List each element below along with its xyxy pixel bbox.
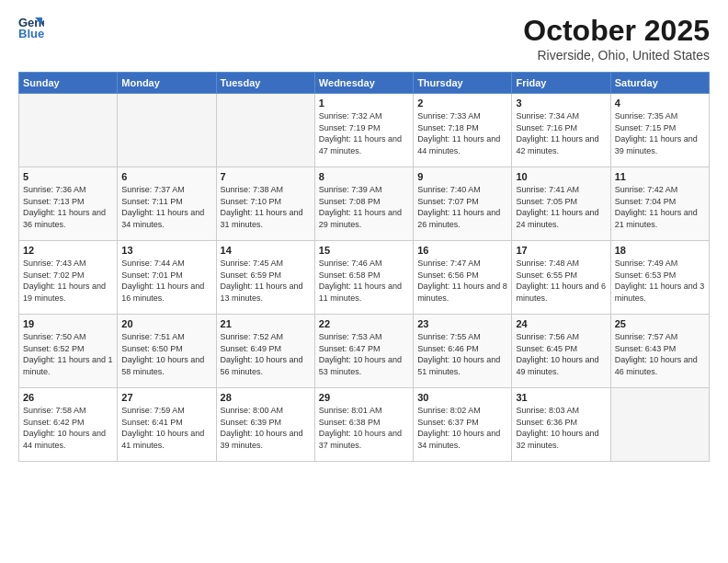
day-number: 15 — [319, 245, 409, 256]
week-row-3: 12Sunrise: 7:43 AM Sunset: 7:02 PM Dayli… — [19, 241, 710, 315]
week-row-5: 26Sunrise: 7:58 AM Sunset: 6:42 PM Dayli… — [19, 388, 710, 462]
page-container: General Blue October 2025 Riverside, Ohi… — [0, 0, 728, 471]
day-number: 23 — [417, 318, 507, 329]
location: Riverside, Ohio, United States — [523, 48, 710, 63]
day-number: 29 — [319, 392, 409, 403]
day-info: Sunrise: 7:34 AM Sunset: 7:16 PM Dayligh… — [516, 110, 606, 156]
day-info: Sunrise: 8:02 AM Sunset: 6:37 PM Dayligh… — [417, 405, 507, 451]
day-number: 26 — [23, 392, 113, 403]
day-info: Sunrise: 7:33 AM Sunset: 7:18 PM Dayligh… — [417, 110, 507, 156]
day-info: Sunrise: 7:36 AM Sunset: 7:13 PM Dayligh… — [23, 184, 113, 230]
day-info: Sunrise: 7:55 AM Sunset: 6:46 PM Dayligh… — [417, 331, 507, 377]
day-cell: 1Sunrise: 7:32 AM Sunset: 7:19 PM Daylig… — [314, 94, 413, 167]
day-info: Sunrise: 7:53 AM Sunset: 6:47 PM Dayligh… — [319, 331, 409, 377]
day-number: 13 — [121, 245, 211, 256]
day-number: 25 — [615, 318, 705, 329]
day-number: 1 — [319, 98, 409, 109]
day-cell: 16Sunrise: 7:47 AM Sunset: 6:56 PM Dayli… — [414, 241, 512, 315]
header-saturday: Saturday — [610, 73, 709, 94]
day-cell: 22Sunrise: 7:53 AM Sunset: 6:47 PM Dayli… — [314, 315, 413, 388]
day-info: Sunrise: 7:39 AM Sunset: 7:08 PM Dayligh… — [319, 184, 409, 230]
day-info: Sunrise: 7:37 AM Sunset: 7:11 PM Dayligh… — [121, 184, 211, 230]
day-number: 4 — [615, 98, 705, 109]
day-cell: 31Sunrise: 8:03 AM Sunset: 6:36 PM Dayli… — [512, 388, 610, 462]
logo-icon: General Blue — [18, 14, 44, 40]
day-info: Sunrise: 7:44 AM Sunset: 7:01 PM Dayligh… — [121, 258, 211, 304]
day-info: Sunrise: 7:58 AM Sunset: 6:42 PM Dayligh… — [23, 405, 113, 451]
day-number: 22 — [319, 318, 409, 329]
day-info: Sunrise: 7:46 AM Sunset: 6:58 PM Dayligh… — [319, 258, 409, 304]
day-number: 21 — [221, 318, 311, 329]
day-info: Sunrise: 7:49 AM Sunset: 6:53 PM Dayligh… — [615, 258, 705, 304]
day-cell: 6Sunrise: 7:37 AM Sunset: 7:11 PM Daylig… — [118, 167, 216, 241]
day-cell: 27Sunrise: 7:59 AM Sunset: 6:41 PM Dayli… — [118, 388, 216, 462]
day-number: 31 — [516, 392, 606, 403]
logo: General Blue — [18, 14, 44, 40]
day-info: Sunrise: 7:47 AM Sunset: 6:56 PM Dayligh… — [417, 258, 507, 304]
day-number: 9 — [417, 171, 507, 182]
header-wednesday: Wednesday — [314, 73, 413, 94]
day-info: Sunrise: 7:35 AM Sunset: 7:15 PM Dayligh… — [615, 110, 705, 156]
day-info: Sunrise: 7:59 AM Sunset: 6:41 PM Dayligh… — [121, 405, 211, 451]
header-monday: Monday — [118, 73, 216, 94]
day-cell: 14Sunrise: 7:45 AM Sunset: 6:59 PM Dayli… — [216, 241, 314, 315]
svg-text:Blue: Blue — [18, 27, 44, 40]
title-area: October 2025 Riverside, Ohio, United Sta… — [523, 14, 710, 63]
day-cell: 20Sunrise: 7:51 AM Sunset: 6:50 PM Dayli… — [118, 315, 216, 388]
day-info: Sunrise: 7:50 AM Sunset: 6:52 PM Dayligh… — [23, 331, 113, 377]
day-number: 20 — [121, 318, 211, 329]
day-cell: 3Sunrise: 7:34 AM Sunset: 7:16 PM Daylig… — [512, 94, 610, 167]
day-cell: 7Sunrise: 7:38 AM Sunset: 7:10 PM Daylig… — [216, 167, 314, 241]
calendar-table: Sunday Monday Tuesday Wednesday Thursday… — [18, 72, 710, 462]
day-cell: 11Sunrise: 7:42 AM Sunset: 7:04 PM Dayli… — [610, 167, 709, 241]
day-number: 16 — [417, 245, 507, 256]
day-info: Sunrise: 8:00 AM Sunset: 6:39 PM Dayligh… — [221, 405, 311, 451]
day-cell: 13Sunrise: 7:44 AM Sunset: 7:01 PM Dayli… — [118, 241, 216, 315]
day-number: 19 — [23, 318, 113, 329]
day-cell: 19Sunrise: 7:50 AM Sunset: 6:52 PM Dayli… — [19, 315, 118, 388]
day-cell: 2Sunrise: 7:33 AM Sunset: 7:18 PM Daylig… — [414, 94, 512, 167]
day-info: Sunrise: 7:42 AM Sunset: 7:04 PM Dayligh… — [615, 184, 705, 230]
week-row-4: 19Sunrise: 7:50 AM Sunset: 6:52 PM Dayli… — [19, 315, 710, 388]
day-info: Sunrise: 7:41 AM Sunset: 7:05 PM Dayligh… — [516, 184, 606, 230]
day-number: 28 — [221, 392, 311, 403]
header-friday: Friday — [512, 73, 610, 94]
day-number: 3 — [516, 98, 606, 109]
day-cell: 18Sunrise: 7:49 AM Sunset: 6:53 PM Dayli… — [610, 241, 709, 315]
day-number: 6 — [121, 171, 211, 182]
week-row-2: 5Sunrise: 7:36 AM Sunset: 7:13 PM Daylig… — [19, 167, 710, 241]
day-info: Sunrise: 7:57 AM Sunset: 6:43 PM Dayligh… — [615, 331, 705, 377]
day-info: Sunrise: 8:03 AM Sunset: 6:36 PM Dayligh… — [516, 405, 606, 451]
day-info: Sunrise: 7:56 AM Sunset: 6:45 PM Dayligh… — [516, 331, 606, 377]
header-tuesday: Tuesday — [216, 73, 314, 94]
month-title: October 2025 — [523, 14, 710, 48]
header-thursday: Thursday — [414, 73, 512, 94]
day-cell: 15Sunrise: 7:46 AM Sunset: 6:58 PM Dayli… — [314, 241, 413, 315]
day-cell — [118, 94, 216, 167]
day-number: 8 — [319, 171, 409, 182]
day-info: Sunrise: 7:51 AM Sunset: 6:50 PM Dayligh… — [121, 331, 211, 377]
day-cell: 29Sunrise: 8:01 AM Sunset: 6:38 PM Dayli… — [314, 388, 413, 462]
day-info: Sunrise: 7:43 AM Sunset: 7:02 PM Dayligh… — [23, 258, 113, 304]
day-number: 5 — [23, 171, 113, 182]
day-cell: 4Sunrise: 7:35 AM Sunset: 7:15 PM Daylig… — [610, 94, 709, 167]
day-cell — [19, 94, 118, 167]
day-number: 24 — [516, 318, 606, 329]
day-number: 10 — [516, 171, 606, 182]
day-number: 2 — [417, 98, 507, 109]
day-cell: 26Sunrise: 7:58 AM Sunset: 6:42 PM Dayli… — [19, 388, 118, 462]
day-cell: 30Sunrise: 8:02 AM Sunset: 6:37 PM Dayli… — [414, 388, 512, 462]
day-number: 12 — [23, 245, 113, 256]
day-info: Sunrise: 7:52 AM Sunset: 6:49 PM Dayligh… — [221, 331, 311, 377]
weekday-header-row: Sunday Monday Tuesday Wednesday Thursday… — [19, 73, 710, 94]
header: General Blue October 2025 Riverside, Ohi… — [18, 14, 710, 63]
day-number: 27 — [121, 392, 211, 403]
day-cell: 28Sunrise: 8:00 AM Sunset: 6:39 PM Dayli… — [216, 388, 314, 462]
day-number: 11 — [615, 171, 705, 182]
day-info: Sunrise: 7:38 AM Sunset: 7:10 PM Dayligh… — [221, 184, 311, 230]
day-cell: 5Sunrise: 7:36 AM Sunset: 7:13 PM Daylig… — [19, 167, 118, 241]
day-cell: 25Sunrise: 7:57 AM Sunset: 6:43 PM Dayli… — [610, 315, 709, 388]
day-number: 30 — [417, 392, 507, 403]
day-cell: 9Sunrise: 7:40 AM Sunset: 7:07 PM Daylig… — [414, 167, 512, 241]
day-info: Sunrise: 8:01 AM Sunset: 6:38 PM Dayligh… — [319, 405, 409, 451]
